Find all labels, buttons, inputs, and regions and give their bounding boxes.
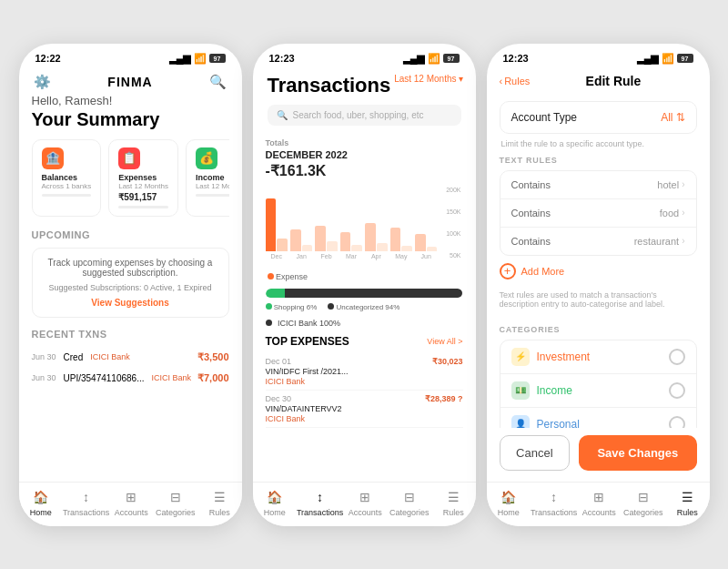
home-icon-1: 🏠	[32, 488, 50, 506]
account-type-value: All ⇅	[661, 111, 684, 124]
chevron-right-rule-0: ›	[682, 179, 684, 189]
nav-transactions-2[interactable]: ↕️ Transactions	[297, 488, 343, 517]
nav-categories-2[interactable]: ⊟ Categories	[388, 488, 431, 517]
signal-icon-3: ▂▄▆	[637, 53, 659, 65]
nav-rules-3[interactable]: ☰ Rules	[665, 488, 709, 517]
cancel-button[interactable]: Cancel	[500, 435, 571, 471]
card-label-income: Income	[196, 173, 229, 182]
add-more-btn[interactable]: + Add More	[500, 256, 697, 287]
nav-rules-2[interactable]: ☰ Rules	[431, 488, 475, 517]
categories-icon-3: ⊟	[634, 488, 652, 506]
card-sub-expenses: Last 12 Months	[118, 182, 168, 190]
greeting: Hello, Ramesh!	[32, 94, 229, 107]
nav-rules-label-3: Rules	[677, 508, 698, 517]
txn-row-0[interactable]: Jun 30 Cred ICICI Bank ₹3,500	[32, 347, 229, 368]
date-filter[interactable]: Last 12 Months ▾	[394, 74, 462, 84]
cat-radio-income[interactable]	[669, 382, 685, 399]
rule-row-0[interactable]: Contains hotel ›	[500, 171, 696, 199]
cat-row-investment[interactable]: ⚡ Investment	[500, 340, 696, 374]
nav-transactions-label-3: Transactions	[531, 508, 577, 517]
cat-label-income: Income	[537, 384, 572, 397]
personal-icon: 👤	[511, 415, 530, 428]
settings-icon[interactable]: ⚙️	[34, 74, 51, 90]
nav-home-3[interactable]: 🏠 Home	[487, 488, 531, 517]
exp-amount-0: ₹30,023	[432, 357, 463, 386]
home-icon-2: 🏠	[266, 488, 284, 506]
cat-left-personal: 👤 Personal	[511, 415, 580, 428]
nav-transactions-3[interactable]: ↕️ Transactions	[531, 488, 577, 517]
bar-group-mar	[340, 174, 362, 251]
transactions-icon-3: ↕️	[545, 488, 563, 506]
nav-transactions-label-2: Transactions	[297, 508, 343, 517]
nav-accounts-2[interactable]: ⊞ Accounts	[343, 488, 387, 517]
txn-date-1: Jun 30	[32, 373, 56, 383]
nav-categories-1[interactable]: ⊟ Categories	[154, 488, 197, 517]
card-sub-balances: Across 1 banks	[42, 182, 92, 190]
card-expenses[interactable]: 📋 Expenses Last 12 Months ₹591,157	[108, 139, 178, 217]
time-1: 12:22	[35, 53, 61, 64]
add-circle-icon: +	[500, 263, 516, 279]
txn-row-1[interactable]: Jun 30 UPI/35474110686... ICICI Bank ₹7,…	[32, 368, 229, 389]
yaxis-150k: 150K	[446, 208, 460, 215]
status-bar-2: 12:23 ▂▄▆ 📶 97	[253, 44, 476, 68]
card-icon-income: 💰	[196, 147, 217, 169]
bottom-nav-3: 🏠 Home ↕️ Transactions ⊞ Accounts ⊟ Cate…	[487, 482, 710, 526]
exp-left-1: Dec 30 VIN/DATAINTERVV2 ICICI Bank	[266, 394, 342, 423]
categories-title: CATEGORIES	[500, 325, 697, 334]
cat-radio-personal[interactable]	[669, 416, 685, 428]
card-income[interactable]: 💰 Income Last 12 Months	[186, 139, 229, 217]
rules-icon-3: ☰	[678, 488, 696, 506]
rule-row-2[interactable]: Contains restaurant ›	[500, 228, 696, 255]
exp-bank-0: ICICI Bank	[266, 377, 349, 386]
upcoming-sub: Suggested Subscriptions: 0 Active, 1 Exp…	[44, 283, 217, 292]
income-icon: 💵	[511, 381, 530, 400]
time-3: 12:23	[503, 53, 529, 64]
cat-row-income[interactable]: 💵 Income	[500, 374, 696, 408]
card-icon-expenses: 📋	[118, 147, 140, 169]
filter-label: Last 12 Months	[394, 74, 456, 84]
rule-row-1[interactable]: Contains food ›	[500, 199, 696, 228]
nav-accounts-1[interactable]: ⊞ Accounts	[109, 488, 153, 517]
screen1-home: 12:22 ▂▄▆ 📶 97 ⚙️ FINMA 🔍 Hello, Ramesh!…	[19, 44, 242, 526]
account-type-row[interactable]: Account Type All ⇅	[500, 101, 697, 134]
bar-label-jan: Jan	[296, 253, 306, 259]
save-changes-button[interactable]: Save Changes	[579, 435, 696, 471]
transactions-icon-2: ↕️	[311, 488, 329, 506]
expense-row-1[interactable]: Dec 30 VIN/DATAINTERVV2 ICICI Bank ₹28,3…	[266, 391, 463, 428]
card-balances[interactable]: 🏦 Balances Across 1 banks	[32, 139, 102, 217]
progress-uncategorized	[285, 289, 462, 298]
s3-footer: Cancel Save Changes	[487, 428, 710, 482]
account-hint: Limit the rule to a specific account typ…	[500, 139, 697, 156]
bottom-nav-2: 🏠 Home ↕️ Transactions ⊞ Accounts ⊟ Cate…	[253, 482, 476, 526]
nav-rules-1[interactable]: ☰ Rules	[197, 488, 241, 517]
time-2: 12:23	[269, 53, 295, 64]
nav-home-1[interactable]: 🏠 Home	[19, 488, 63, 517]
search-icon-1[interactable]: 🔍	[209, 74, 227, 90]
view-all-link[interactable]: View All >	[427, 337, 462, 346]
bar-mar: Mar	[340, 174, 362, 259]
back-label: Rules	[504, 76, 530, 86]
nav-transactions-1[interactable]: ↕️ Transactions	[63, 488, 109, 517]
exp-name-1: VIN/DATAINTERVV2	[266, 404, 342, 413]
rule-val-2: restaurant ›	[634, 236, 685, 247]
view-suggestions-link[interactable]: View Suggestions	[44, 298, 217, 308]
bar-label-dec: Dec	[270, 253, 281, 259]
progress-bar-row	[266, 289, 463, 300]
nav-accounts-3[interactable]: ⊞ Accounts	[577, 488, 621, 517]
battery-2: 97	[443, 54, 460, 63]
card-label-expenses: Expenses	[118, 173, 168, 182]
view-all-label: View All	[427, 337, 455, 346]
exp-bank-1: ICICI Bank	[266, 414, 342, 423]
expense-row-0[interactable]: Dec 01 VIN/IDFC First /2021... ICICI Ban…	[266, 353, 463, 391]
nav-categories-3[interactable]: ⊟ Categories	[622, 488, 665, 517]
bar-jun: Jun	[415, 174, 437, 259]
back-to-rules[interactable]: ‹ Rules	[500, 76, 531, 86]
nav-home-2[interactable]: 🏠 Home	[253, 488, 297, 517]
month-label: DECEMBER 2022	[266, 149, 463, 160]
text-rules-box: Contains hotel › Contains food ›	[500, 170, 697, 256]
cat-row-personal[interactable]: 👤 Personal	[500, 408, 696, 428]
cat-left-investment: ⚡ Investment	[511, 348, 591, 366]
search-bar[interactable]: 🔍 Search food, uber, shopping, etc	[268, 105, 461, 126]
cat-radio-investment[interactable]	[669, 349, 685, 365]
txn-name-1: UPI/35474110686...	[64, 373, 145, 383]
